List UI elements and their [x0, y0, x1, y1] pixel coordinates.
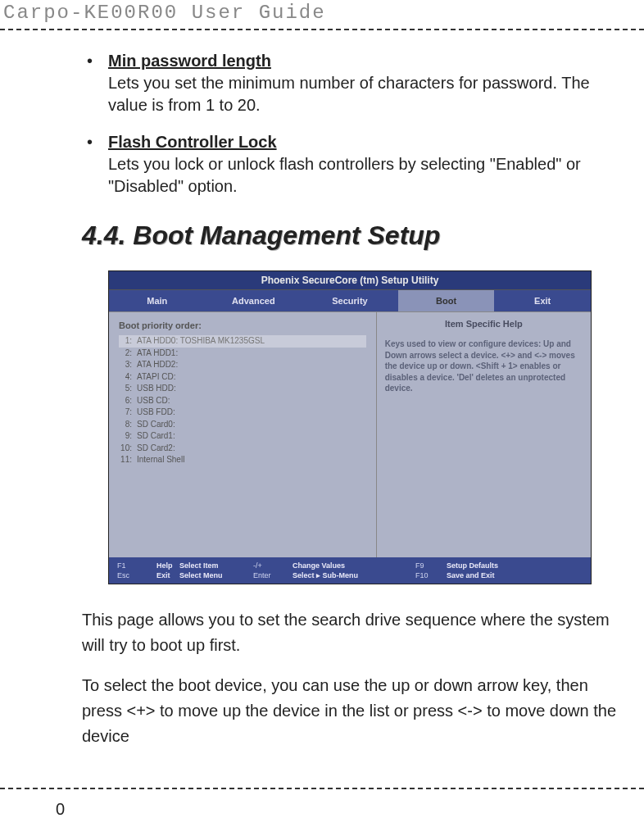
boot-item[interactable]: 9:SD Card1: [119, 430, 366, 443]
label-select-item: Select Item [179, 561, 253, 570]
tab-boot[interactable]: Boot [398, 290, 495, 311]
boot-num: 2: [119, 348, 137, 360]
tab-exit[interactable]: Exit [494, 290, 591, 311]
key-f10: F10 [415, 571, 447, 579]
key-f1: F1 [117, 561, 156, 570]
boot-item[interactable]: 1:ATA HDD0: TOSHIBA MK1235GSL [119, 335, 366, 348]
boot-label: ATAPI CD: [137, 371, 175, 384]
key-f9: F9 [415, 561, 447, 570]
boot-label: USB HDD: [137, 383, 176, 395]
label-exit: Exit [156, 571, 179, 579]
boot-item[interactable]: 2:ATA HDD1: [119, 348, 366, 360]
tab-main[interactable]: Main [109, 290, 206, 311]
bios-help-pane: Item Specific Help Keys used to view or … [376, 312, 591, 557]
boot-item[interactable]: 6:USB CD: [119, 395, 366, 407]
boot-item[interactable]: 10:SD Card2: [119, 443, 366, 455]
bios-tab-row: Main Advanced Security Boot Exit [109, 290, 591, 311]
bios-screenshot: Phoenix SecureCore (tm) Setup Utility Ma… [108, 270, 592, 584]
tab-security[interactable]: Security [302, 290, 398, 311]
boot-num: 10: [119, 443, 137, 455]
label-help: Help [156, 561, 179, 570]
key-plusminus: -/+ [253, 561, 293, 570]
key-enter: Enter [253, 571, 293, 579]
boot-label: ATA HDD1: [137, 348, 178, 360]
feature-list: Min password length Lets you set the min… [82, 50, 618, 198]
body-paragraph: To select the boot device, you can use t… [82, 673, 618, 749]
bios-title: Phoenix SecureCore (tm) Setup Utility [109, 271, 591, 290]
page-header: Carpo-KE00R00 User Guide [0, 0, 644, 30]
boot-label: USB CD: [137, 395, 170, 407]
item-desc: Lets you lock or unlock flash controller… [108, 153, 618, 198]
body-paragraph: This page allows you to set the search d… [82, 607, 618, 658]
item-title: Flash Controller Lock [108, 133, 277, 151]
list-item: Min password length Lets you set the min… [82, 50, 618, 116]
boot-num: 7: [119, 407, 137, 419]
section-heading: 4.4. Boot Management Setup [82, 220, 618, 251]
help-title: Item Specific Help [385, 319, 583, 329]
label-select-submenu: Select ▸ Sub-Menu [293, 571, 415, 579]
label-setup-defaults: Setup Defaults [447, 561, 545, 570]
item-title: Min password length [108, 52, 271, 70]
bios-footer: F1 Help Select Item -/+ Change Values F9… [109, 557, 591, 584]
boot-label: ATA HDD2: [137, 359, 178, 371]
label-select-menu: Select Menu [179, 571, 253, 579]
boot-label: USB FDD: [137, 407, 175, 419]
boot-item[interactable]: 7:USB FDD: [119, 407, 366, 419]
boot-item[interactable]: 11:Internal Shell [119, 454, 366, 466]
list-item: Flash Controller Lock Lets you lock or u… [82, 131, 618, 198]
boot-label: SD Card2: [137, 443, 175, 455]
boot-item[interactable]: 5:USB HDD: [119, 383, 366, 395]
boot-label: SD Card0: [137, 419, 175, 431]
boot-label: SD Card1: [137, 430, 175, 443]
boot-item[interactable]: 8:SD Card0: [119, 419, 366, 431]
label-save-exit: Save and Exit [447, 571, 545, 579]
help-text: Keys used to view or configure devices: … [385, 339, 583, 394]
page-content: Min password length Lets you set the min… [0, 30, 644, 749]
boot-num: 3: [119, 359, 137, 371]
boot-order-label: Boot priority order: [119, 320, 366, 330]
item-desc: Lets you set the minimum number of chara… [108, 72, 618, 116]
bios-body: Boot priority order: 1:ATA HDD0: TOSHIBA… [109, 311, 591, 557]
key-esc: Esc [117, 571, 156, 579]
boot-label: Internal Shell [137, 454, 184, 466]
boot-num: 8: [119, 419, 137, 431]
boot-item[interactable]: 3:ATA HDD2: [119, 359, 366, 371]
boot-num: 6: [119, 395, 137, 407]
boot-label: ATA HDD0: TOSHIBA MK1235GSL [137, 335, 265, 348]
boot-num: 4: [119, 371, 137, 384]
boot-item[interactable]: 4:ATAPI CD: [119, 371, 366, 384]
boot-num: 5: [119, 383, 137, 395]
boot-num: 11: [119, 454, 137, 466]
page-number: 0 [56, 800, 65, 819]
boot-order-list: 1:ATA HDD0: TOSHIBA MK1235GSL 2:ATA HDD1… [119, 335, 366, 466]
label-change-values: Change Values [293, 561, 415, 570]
bios-left-pane: Boot priority order: 1:ATA HDD0: TOSHIBA… [109, 312, 376, 557]
footer-rule [0, 788, 644, 789]
boot-num: 9: [119, 430, 137, 443]
tab-advanced[interactable]: Advanced [206, 290, 302, 311]
boot-num: 1: [119, 335, 137, 348]
